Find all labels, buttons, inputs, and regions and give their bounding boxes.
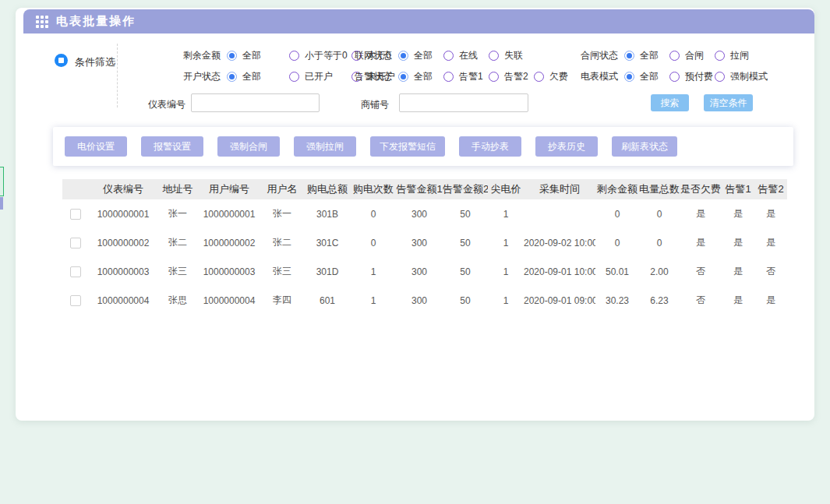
radio-label: 全部 — [242, 49, 261, 62]
cell-user-name: 张三 — [260, 257, 304, 286]
row-select-cell — [62, 199, 89, 228]
row-checkbox[interactable] — [70, 238, 81, 248]
batch-actions-toolbar: 电价设置 报警设置 强制合闸 强制拉闸 下发报警短信 手动抄表 抄表历史 刷新表… — [53, 127, 793, 166]
radio-icon[interactable] — [534, 72, 544, 82]
col-address-no: 地址号 — [157, 179, 198, 199]
radio-option-all[interactable]: 全部 — [624, 70, 669, 83]
radio-label: 全部 — [640, 70, 659, 83]
radio-icon[interactable] — [443, 72, 454, 82]
cell-arrears: 是 — [680, 199, 722, 228]
radio-option-lte-zero[interactable]: 小于等于0 — [289, 49, 351, 62]
radio-icon[interactable] — [227, 72, 237, 82]
radio-icon[interactable] — [624, 51, 634, 61]
filter-group-alarm-status: 告警状态 全部 告警1 告警2 欠费 — [355, 69, 568, 83]
radio-label: 合闸 — [685, 49, 704, 62]
cell-alarm-1: 是 — [722, 199, 754, 228]
radio-option-alarm2[interactable]: 告警2 — [489, 70, 534, 83]
radio-icon[interactable] — [489, 72, 499, 82]
row-select-cell — [62, 257, 89, 286]
shop-no-input[interactable] — [399, 93, 528, 112]
row-checkbox[interactable] — [70, 295, 81, 306]
radio-option-all[interactable]: 全部 — [624, 49, 669, 62]
filter-group-label: 开户状态 — [183, 70, 221, 83]
cell-user-no: 1000000002 — [198, 228, 260, 257]
cell-user-name: 张一 — [260, 199, 304, 228]
cell-energy-total: 6.23 — [639, 286, 680, 315]
radio-icon[interactable] — [289, 51, 299, 61]
col-alarm-1: 告警1 — [722, 179, 754, 199]
radio-option-tripped[interactable]: 拉闸 — [715, 49, 749, 62]
clear-conditions-button[interactable]: 清空条件 — [704, 94, 753, 111]
radio-icon[interactable] — [669, 51, 680, 61]
read-history-button[interactable]: 抄表历史 — [535, 136, 598, 157]
cell-peak-price: 1 — [488, 228, 524, 257]
alarm-setting-button[interactable]: 报警设置 — [141, 136, 203, 157]
cell-remaining-amount: 0 — [595, 228, 639, 257]
search-button[interactable]: 搜索 — [651, 94, 689, 111]
radio-icon[interactable] — [715, 72, 725, 82]
radio-label: 全部 — [242, 70, 261, 83]
manual-read-button[interactable]: 手动抄表 — [459, 136, 521, 157]
table-header-row: 仪表编号 地址号 用户编号 用户名 购电总额 购电次数 告警金额1 告警金额2 … — [62, 179, 787, 199]
col-peak-price: 尖电价 — [488, 179, 524, 199]
cell-purchase-total: 301C — [304, 228, 351, 257]
send-alarm-sms-button[interactable]: 下发报警短信 — [370, 136, 445, 157]
cell-alarm-amount-2: 50 — [443, 199, 488, 228]
radio-icon[interactable] — [398, 72, 408, 82]
cell-meter-no: 1000000002 — [89, 228, 157, 257]
filter-panel-label: 条件筛选 — [75, 55, 115, 69]
filter-group-label: 联网状态 — [355, 49, 392, 62]
col-energy-total: 电量总数 — [639, 179, 680, 199]
radio-icon[interactable] — [227, 51, 237, 61]
radio-option-online[interactable]: 在线 — [443, 49, 489, 62]
cell-user-no: 1000000004 — [198, 286, 260, 315]
table-row: 1000000001 张一 1000000001 张一 301B 0 300 5… — [62, 199, 787, 228]
radio-label: 告警1 — [459, 70, 483, 83]
radio-icon[interactable] — [669, 72, 680, 82]
cell-remaining-amount: 30.23 — [595, 286, 639, 315]
col-collect-time: 采集时间 — [524, 179, 595, 199]
price-setting-button[interactable]: 电价设置 — [65, 136, 127, 157]
radio-option-offline[interactable]: 失联 — [489, 49, 523, 62]
radio-option-arrears[interactable]: 欠费 — [534, 70, 568, 83]
side-drawer-handle-green[interactable] — [0, 167, 4, 196]
radio-icon[interactable] — [624, 72, 634, 82]
radio-option-forced-mode[interactable]: 强制模式 — [715, 70, 768, 83]
radio-option-opened[interactable]: 已开户 — [289, 70, 351, 83]
col-meter-no: 仪表编号 — [89, 179, 157, 199]
row-checkbox[interactable] — [70, 209, 81, 220]
radio-option-all[interactable]: 全部 — [398, 70, 443, 83]
col-alarm-amount-1: 告警金额1 — [396, 179, 443, 199]
radio-icon[interactable] — [398, 51, 408, 61]
cell-meter-no: 1000000004 — [89, 286, 157, 315]
radio-option-all[interactable]: 全部 — [227, 49, 289, 62]
radio-option-all[interactable]: 全部 — [398, 49, 443, 62]
table-row: 1000000003 张三 1000000003 张三 301D 1 300 5… — [62, 257, 787, 286]
filter-group-meter-mode: 电表模式 全部 预付费 强制模式 — [581, 69, 768, 83]
radio-icon[interactable] — [489, 51, 499, 61]
cell-collect-time — [524, 199, 595, 228]
radio-option-prepaid[interactable]: 预付费 — [669, 70, 715, 83]
radio-label: 全部 — [640, 49, 659, 62]
meter-no-input[interactable] — [191, 93, 320, 112]
cell-arrears: 否 — [680, 286, 722, 315]
radio-option-all[interactable]: 全部 — [227, 70, 289, 83]
row-checkbox[interactable] — [70, 266, 81, 277]
side-drawer-handle-purple[interactable] — [0, 197, 3, 210]
radio-icon[interactable] — [289, 72, 299, 82]
col-user-name: 用户名 — [260, 179, 304, 199]
radio-option-alarm1[interactable]: 告警1 — [443, 70, 489, 83]
radio-option-closed[interactable]: 合闸 — [669, 49, 715, 62]
radio-label: 告警2 — [504, 70, 528, 83]
radio-icon[interactable] — [715, 51, 725, 61]
cell-address-no: 张一 — [157, 199, 198, 228]
cell-collect-time: 2020-09-01 10:00 — [524, 257, 595, 286]
force-close-button[interactable]: 强制合闸 — [217, 136, 280, 157]
grid-menu-icon[interactable] — [36, 16, 48, 28]
cell-peak-price: 1 — [488, 199, 524, 228]
refresh-meter-status-button[interactable]: 刷新表状态 — [612, 136, 677, 157]
radio-icon[interactable] — [443, 51, 454, 61]
cell-energy-total: 0 — [639, 228, 680, 257]
table-row: 1000000002 张二 1000000002 张二 301C 0 300 5… — [62, 228, 787, 257]
force-trip-button[interactable]: 强制拉闸 — [294, 136, 356, 157]
